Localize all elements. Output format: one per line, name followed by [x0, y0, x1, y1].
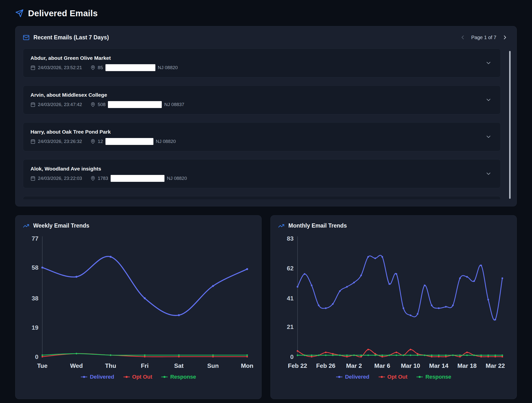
expand-email-button[interactable]: [484, 132, 493, 141]
map-pin-icon: [90, 65, 95, 70]
svg-text:Sat: Sat: [174, 362, 183, 369]
email-timestamp: 24/03/2026, 23:52:21: [38, 65, 82, 70]
page: Delivered Emails Recent Emails (Last 7 D…: [0, 0, 532, 403]
svg-text:41: 41: [287, 295, 294, 302]
monthly-line-chart: 021416283Feb 22Feb 26Mar 2Mar 6Mar 10Mar…: [278, 232, 509, 371]
address-prefix: 508: [98, 102, 106, 107]
trending-up-icon: [278, 223, 284, 229]
legend-item[interactable]: Delivered: [81, 374, 114, 380]
weekly-trends-title: Weekly Email Trends: [33, 222, 89, 229]
redacted-address: [105, 64, 155, 71]
svg-text:19: 19: [32, 324, 39, 331]
svg-text:0: 0: [290, 354, 294, 360]
address-suffix: NJ 08820: [167, 176, 187, 181]
next-page-button[interactable]: [501, 33, 509, 42]
send-icon: [15, 9, 24, 17]
svg-text:58: 58: [32, 264, 39, 271]
svg-text:Wed: Wed: [70, 362, 83, 369]
svg-text:Sun: Sun: [207, 362, 219, 369]
monthly-chart-legend: DeliveredOpt OutResponse: [278, 374, 509, 380]
trending-up-icon: [23, 223, 29, 229]
email-title: Harry, about Oak Tree Pond Park: [30, 129, 176, 135]
charts-row: Weekly Email Trends 019385877TueWedThuFr…: [15, 215, 517, 399]
calendar-icon: [30, 65, 35, 70]
email-title: Arvin, about Middlesex College: [30, 92, 184, 98]
prev-page-button[interactable]: [458, 33, 467, 42]
legend-item[interactable]: Response: [416, 374, 451, 380]
svg-text:Mar 14: Mar 14: [429, 362, 449, 369]
redacted-address: [108, 101, 162, 108]
svg-text:Fri: Fri: [141, 362, 149, 369]
svg-text:Thu: Thu: [105, 362, 116, 369]
email-list-scrollbar[interactable]: [509, 51, 511, 199]
address-prefix: 85: [98, 65, 103, 70]
svg-text:21: 21: [287, 324, 294, 330]
svg-text:Mar 22: Mar 22: [486, 362, 505, 369]
email-list: Abdur, about Green Olive Market 24/03/20…: [23, 48, 509, 199]
svg-text:Mar 6: Mar 6: [374, 362, 390, 369]
legend-item[interactable]: Response: [161, 374, 196, 380]
svg-text:Mar 2: Mar 2: [346, 362, 362, 369]
email-item[interactable]: Arvin, about Middlesex College 24/03/202…: [23, 85, 501, 114]
monthly-trends-title: Monthly Email Trends: [288, 222, 347, 229]
expand-email-button[interactable]: [484, 169, 493, 178]
address-prefix: 12: [98, 139, 103, 144]
mail-icon: [23, 34, 30, 41]
map-pin-icon: [90, 139, 95, 144]
legend-item[interactable]: Opt Out: [378, 374, 408, 380]
svg-text:Tue: Tue: [37, 362, 47, 369]
weekly-trends-card: Weekly Email Trends 019385877TueWedThuFr…: [15, 215, 262, 399]
svg-text:62: 62: [287, 265, 294, 272]
page-header: Delivered Emails: [15, 8, 517, 18]
calendar-icon: [30, 176, 35, 181]
svg-text:Feb 26: Feb 26: [316, 362, 335, 369]
email-item[interactable]: Alok, Woodland Ave insights 24/03/2026, …: [23, 159, 501, 188]
weekly-line-chart: 019385877TueWedThuFriSatSunMon: [23, 232, 254, 371]
monthly-trends-card: Monthly Email Trends 021416283Feb 22Feb …: [270, 215, 517, 399]
calendar-icon: [30, 102, 35, 107]
email-timestamp: 24/03/2026, 23:26:32: [38, 139, 82, 144]
address-prefix: 1783: [98, 176, 108, 181]
address-suffix: NJ 08820: [158, 65, 178, 70]
email-item[interactable]: Harry, about Oak Tree Pond Park 24/03/20…: [23, 122, 501, 151]
map-pin-icon: [90, 102, 95, 107]
page-title: Delivered Emails: [28, 8, 98, 18]
recent-emails-card: Recent Emails (Last 7 Days) Page 1 of 7 …: [15, 26, 517, 206]
expand-email-button[interactable]: [484, 58, 493, 68]
email-item-partial[interactable]: [23, 196, 501, 199]
pagination: Page 1 of 7: [458, 33, 509, 42]
redacted-address: [111, 175, 164, 182]
recent-emails-header: Recent Emails (Last 7 Days) Page 1 of 7: [23, 33, 509, 42]
legend-item[interactable]: Opt Out: [123, 374, 152, 380]
email-timestamp: 24/03/2026, 23:47:42: [38, 102, 82, 107]
email-title: Alok, Woodland Ave insights: [30, 166, 187, 172]
svg-text:83: 83: [287, 235, 294, 242]
pagination-label: Page 1 of 7: [471, 35, 496, 40]
address-suffix: NJ 08820: [156, 139, 176, 144]
legend-item[interactable]: Delivered: [336, 374, 369, 380]
svg-text:77: 77: [32, 235, 39, 242]
svg-text:38: 38: [32, 295, 39, 302]
email-item[interactable]: Abdur, about Green Olive Market 24/03/20…: [23, 48, 501, 78]
calendar-icon: [30, 139, 35, 144]
address-suffix: NJ 08837: [164, 102, 184, 107]
svg-text:Mar 10: Mar 10: [401, 362, 420, 369]
svg-text:Feb 22: Feb 22: [288, 362, 307, 369]
email-title: Abdur, about Green Olive Market: [30, 55, 178, 61]
redacted-address: [105, 138, 153, 145]
recent-emails-title: Recent Emails (Last 7 Days): [33, 34, 109, 41]
weekly-chart-legend: DeliveredOpt OutResponse: [23, 374, 254, 380]
svg-text:0: 0: [35, 354, 39, 360]
map-pin-icon: [90, 176, 95, 181]
expand-email-button[interactable]: [484, 95, 493, 105]
svg-text:Mar 18: Mar 18: [457, 362, 476, 369]
svg-text:Mon: Mon: [241, 362, 253, 369]
email-timestamp: 24/03/2026, 23:22:03: [38, 176, 82, 181]
